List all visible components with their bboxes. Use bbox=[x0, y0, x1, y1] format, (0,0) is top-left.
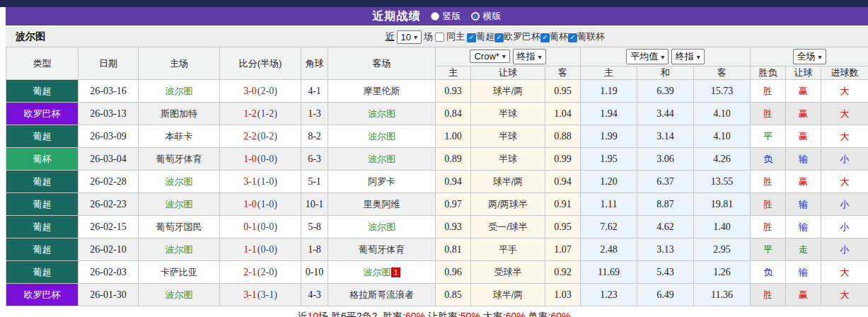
ah-company-select[interactable]: Crow*▾ bbox=[470, 50, 509, 63]
handicap-result: 输 bbox=[786, 216, 821, 238]
away-team-link[interactable]: 里奥阿维 bbox=[328, 193, 436, 216]
chevron-down-icon: ▾ bbox=[818, 53, 822, 61]
away-team-link[interactable]: 格拉斯哥流浪者 bbox=[328, 284, 436, 306]
home-team-link[interactable]: 卡萨比亚 bbox=[139, 261, 220, 284]
ah-home-odds: 0.84 bbox=[436, 103, 471, 125]
away-team-link[interactable]: 波尔图 bbox=[328, 103, 436, 125]
score-cell: 2-1(2-0) bbox=[220, 261, 301, 284]
radio-checked-icon[interactable] bbox=[471, 12, 480, 21]
handicap-result: 走 bbox=[786, 238, 821, 261]
ah-line: 受一/球半 bbox=[471, 216, 545, 238]
wdl-result: 胜 bbox=[751, 103, 786, 125]
table-row: 葡超26-02-15葡萄牙国民0-1(0-0)5-8波尔图0.93受一/球半0.… bbox=[6, 216, 868, 238]
scope-dropdown-group: 全场▾ bbox=[751, 47, 868, 67]
home-team-link[interactable]: 本菲卡 bbox=[139, 125, 220, 148]
corner-cell: 1-3 bbox=[301, 103, 328, 125]
radio-horizontal-layout[interactable]: 横版 bbox=[471, 10, 502, 23]
league-checkbox[interactable]: ✓ bbox=[467, 33, 476, 42]
home-team-link[interactable]: 斯图加特 bbox=[139, 103, 220, 125]
away-team-link[interactable]: 葡萄牙体育 bbox=[328, 238, 436, 261]
league-checkbox[interactable]: ✓ bbox=[540, 33, 550, 42]
radio-vertical-layout[interactable]: 竖版 bbox=[431, 10, 461, 23]
league-badge: 欧罗巴杯 bbox=[6, 284, 79, 306]
eu-away-odds: 15.73 bbox=[694, 80, 751, 103]
match-date: 26-01-30 bbox=[79, 284, 139, 306]
league-badge: 葡超 bbox=[6, 80, 79, 103]
col-header-wdl: 胜负 bbox=[751, 67, 786, 80]
ah-home-odds: 0.94 bbox=[436, 171, 471, 193]
league-checkbox[interactable]: ✓ bbox=[494, 33, 504, 42]
filters-group: 近 10▾ 场 同主 ✓葡超✓欧罗巴杯✓葡杯✓葡联杯 bbox=[386, 30, 606, 44]
col-header-home: 主场 bbox=[139, 47, 220, 80]
score-cell: 2-2(0-2) bbox=[220, 125, 301, 148]
col-header-corner: 角球 bbox=[301, 47, 328, 80]
eu-away-odds: 1.26 bbox=[694, 261, 751, 284]
away-team-link[interactable]: 波尔图 bbox=[328, 148, 436, 171]
corner-cell: 0-10 bbox=[301, 261, 328, 284]
league-checkbox[interactable]: ✓ bbox=[568, 33, 577, 42]
ah-away-odds: 0.94 bbox=[545, 171, 581, 193]
col-header-eu-draw: 和 bbox=[637, 67, 694, 80]
col-header-eu-home: 主 bbox=[581, 67, 637, 80]
recent-link[interactable]: 近 bbox=[386, 30, 395, 43]
match-date: 26-02-15 bbox=[79, 216, 139, 238]
eu-draw-odds: 6.37 bbox=[637, 171, 694, 193]
home-team-link[interactable]: 葡萄牙体育 bbox=[139, 148, 220, 171]
home-team-link[interactable]: 波尔图 bbox=[139, 193, 220, 216]
radio-vertical-label: 竖版 bbox=[443, 10, 461, 23]
eu-home-odds: 1.95 bbox=[581, 148, 637, 171]
title-bar: 近期战绩 竖版 横版 bbox=[6, 7, 868, 25]
eu-home-odds: 1.94 bbox=[581, 103, 637, 125]
eu-away-odds: 4.10 bbox=[694, 103, 751, 125]
same-home-label: 同主 bbox=[446, 30, 465, 43]
eu-type-select[interactable]: 平均值▾ bbox=[626, 49, 669, 64]
chevron-down-icon: ▾ bbox=[414, 33, 417, 41]
home-team-link[interactable]: 波尔图 bbox=[139, 80, 220, 103]
table-row: 葡杯26-03-04葡萄牙体育1-0(0-0)6-3波尔图0.89半球0.991… bbox=[6, 148, 868, 171]
eu-home-odds: 1.99 bbox=[581, 125, 637, 148]
away-team-link[interactable]: 阿罗卡 bbox=[328, 171, 436, 193]
col-header-date: 日期 bbox=[79, 47, 139, 80]
ah-home-odds: 0.89 bbox=[436, 148, 471, 171]
goals-result: 小 bbox=[821, 216, 868, 238]
ah-time-select[interactable]: 终指▾ bbox=[513, 49, 546, 64]
same-home-checkbox[interactable] bbox=[435, 33, 444, 42]
table-row: 葡超26-02-03卡萨比亚2-1(2-0)0-10波尔图10.96受球半0.9… bbox=[6, 261, 868, 284]
score-cell: 1-0(0-0) bbox=[220, 148, 301, 171]
filter-bar: 波尔图 近 10▾ 场 同主 ✓葡超✓欧罗巴杯✓葡杯✓葡联杯 bbox=[6, 27, 868, 47]
handicap-result: 赢 bbox=[786, 103, 821, 125]
dropdown-header-row: 类型 日期 主场 比分(半场) 角球 客场 Crow*▾ 终指▾ 平均值▾ 终指… bbox=[6, 47, 868, 67]
home-team-link[interactable]: 波尔图 bbox=[139, 284, 220, 306]
team-name: 波尔图 bbox=[16, 30, 45, 43]
away-team-link[interactable]: 波尔图 bbox=[328, 216, 436, 238]
wdl-result: 胜 bbox=[751, 193, 786, 216]
eu-away-odds: 2.95 bbox=[694, 238, 751, 261]
top-navy-bar bbox=[0, 0, 868, 7]
radio-unchecked-icon[interactable] bbox=[431, 12, 439, 21]
table-row: 葡超26-03-16波尔图3-0(2-0)4-1摩里伦斯0.93球半/两0.95… bbox=[6, 80, 868, 103]
recent-count-select[interactable]: 10▾ bbox=[397, 30, 422, 44]
away-team-link[interactable]: 波尔图1 bbox=[328, 261, 436, 284]
eu-time-select[interactable]: 终指▾ bbox=[671, 49, 705, 64]
ah-line: 半球 bbox=[471, 103, 545, 125]
wdl-result: 负 bbox=[751, 261, 786, 284]
match-date: 26-03-09 bbox=[79, 125, 139, 148]
summary-segment: 60% bbox=[405, 311, 425, 317]
wdl-result: 胜 bbox=[751, 216, 786, 238]
away-team-link[interactable]: 摩里伦斯 bbox=[328, 80, 436, 103]
corner-cell: 5-1 bbox=[301, 171, 328, 193]
home-team-link[interactable]: 葡萄牙国民 bbox=[139, 216, 220, 238]
home-team-link[interactable]: 波尔图 bbox=[139, 238, 220, 261]
away-team-link[interactable]: 波尔图 bbox=[328, 125, 436, 148]
corner-cell: 5-8 bbox=[301, 216, 328, 238]
ah-home-odds: 0.96 bbox=[436, 261, 471, 284]
score-cell: 3-1(3-1) bbox=[220, 284, 301, 306]
col-header-goals: 进球数 bbox=[821, 67, 868, 80]
home-team-link[interactable]: 波尔图 bbox=[139, 171, 220, 193]
ah-line: 球半/两 bbox=[471, 171, 545, 193]
table-row: 欧罗巴杯26-01-30波尔图3-1(3-1)4-3格拉斯哥流浪者0.85球半/… bbox=[6, 284, 868, 306]
handicap-result: 赢 bbox=[786, 284, 821, 306]
col-header-away: 客场 bbox=[328, 47, 436, 80]
eu-home-odds: 1.19 bbox=[581, 80, 637, 103]
scope-select[interactable]: 全场▾ bbox=[793, 49, 826, 64]
